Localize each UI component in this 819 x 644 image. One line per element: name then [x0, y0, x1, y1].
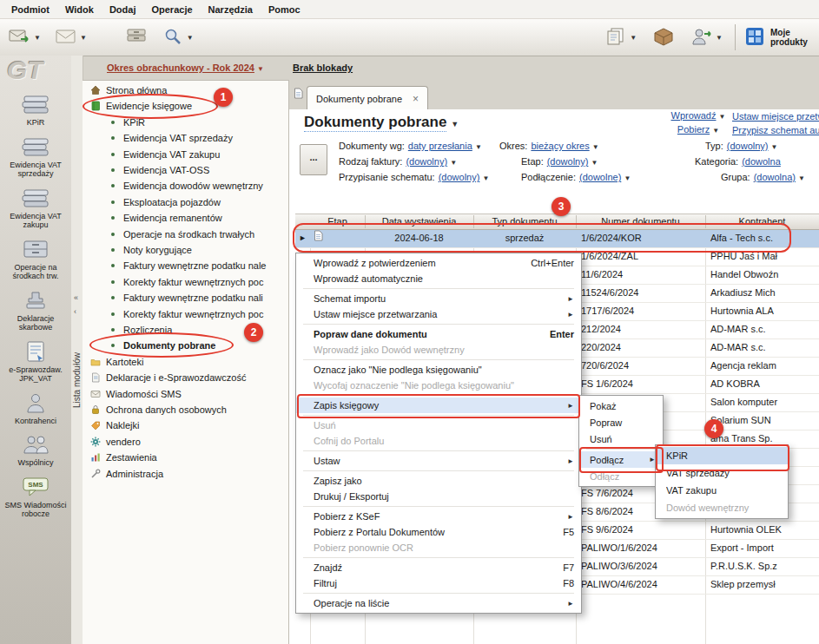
table-row[interactable]: ►2024-06-18sprzedaż1/6/2024/KORAlfa - Te…	[295, 229, 819, 248]
context-menu-item-ustaw[interactable]: Ustaw►	[296, 453, 581, 469]
toolbar-package-button[interactable]	[649, 24, 678, 50]
tree-item-faktury-wewnetrzne-podatku-nali[interactable]: Faktury wewnętrzne podatku nali	[83, 290, 289, 306]
podlacz-submenu-item-kpir[interactable]: KPiR	[656, 447, 788, 464]
context-menu-item-zapisz-jako[interactable]: Zapisz jako	[296, 473, 581, 489]
zapis-submenu-item-popraw[interactable]: Popraw	[579, 414, 663, 430]
caret-down-icon[interactable]: ▼	[187, 34, 194, 42]
context-menu-item-znajdz[interactable]: ZnajdźF7	[296, 560, 581, 575]
context-menu-item-wprowadz-automatycznie[interactable]: Wprowadź automatycznie	[296, 271, 581, 286]
caret-down-icon[interactable]: ▼	[771, 143, 778, 151]
context-menu-item-filtruj[interactable]: FiltrujF8	[296, 575, 581, 591]
context-menu-item-pobierz-z-ksef[interactable]: Pobierz z KSeF►	[296, 509, 581, 524]
caret-down-icon[interactable]: ▼	[34, 34, 41, 42]
podlacz-submenu-item-vat-sprzedazy[interactable]: VAT sprzedaży	[656, 464, 788, 482]
tree-item-ewidencja-remanentow[interactable]: Ewidencja remanentów	[83, 210, 289, 226]
column-header-etap[interactable]: Etap	[310, 215, 366, 228]
filter-etap-value[interactable]: (dowolny)	[547, 156, 589, 167]
toolbar-copy-documents-button[interactable]: ▼	[601, 24, 640, 50]
tree-item-korekty-faktur-wewnetrznych-poc[interactable]: Korekty faktur wewnętrznych poc	[83, 274, 289, 290]
accounting-period-link[interactable]: Okres obrachunkowy - Rok 2024 ▼	[107, 62, 264, 73]
tree-item-faktury-wewnetrzne-podatku-nale[interactable]: Faktury wewnętrzne podatku nale	[83, 258, 289, 273]
toolbar-archive-button[interactable]	[122, 24, 151, 50]
caret-down-icon[interactable]: ▼	[624, 174, 631, 182]
module-kontrahenci[interactable]: Kontrahenci	[0, 391, 71, 426]
toolbar-mail2-button[interactable]: ▼	[51, 24, 90, 50]
tree-item-eksploatacja-pojazdow[interactable]: Eksploatacja pojazdów	[83, 194, 289, 210]
module-e-sprawozdaw-jpk-vat[interactable]: e-Sprawozdaw. JPK_VAT	[0, 340, 71, 384]
context-menu-item-ustaw-miejsce-przetwarzania[interactable]: Ustaw miejsce przetwarzania►	[296, 306, 581, 322]
tree-item-ewidencja-vat-zakupu[interactable]: Ewidencja VAT zakupu	[83, 147, 289, 162]
toolbar-send-mail-button[interactable]: ▼	[5, 24, 44, 50]
toolbar-search-button[interactable]: ▼	[158, 24, 197, 50]
column-header-numer-dokumentu[interactable]: Numer dokumentu	[576, 215, 706, 228]
module-sms-wiadomosci-robocze[interactable]: SMSSMS Wiadomości robocze	[0, 476, 71, 519]
caret-down-icon[interactable]: ▼	[798, 174, 805, 182]
caret-down-icon[interactable]: ▼	[630, 34, 637, 42]
caret-down-icon[interactable]: ▼	[719, 113, 726, 121]
filter-grupa-value[interactable]: (dowolna)	[754, 172, 796, 182]
menu-operacje[interactable]: Operacje	[143, 2, 200, 17]
module-deklaracje-skarbowe[interactable]: Deklaracje skarbowe	[0, 289, 71, 332]
module-operacje-na-srodkach-trw[interactable]: Operacje na środkach trw.	[0, 238, 71, 281]
caret-down-icon[interactable]: ▼	[475, 143, 482, 151]
caret-down-icon[interactable]: ▼	[592, 143, 599, 151]
page-title[interactable]: Dokumenty pobrane▼	[304, 114, 459, 131]
collapse-all-icon[interactable]: «	[74, 293, 78, 302]
caret-down-icon[interactable]: ▼	[450, 159, 457, 167]
collapse-icon[interactable]: ‹	[74, 307, 76, 316]
pobierz-link[interactable]: Pobierz	[677, 124, 710, 135]
tree-item-korekty-faktur-wewnetrznych-poc[interactable]: Korekty faktur wewnętrznych poc	[83, 306, 289, 322]
tab-dokumenty-pobrane[interactable]: Dokumenty pobrane ×	[307, 86, 428, 110]
zapis-submenu-item-usun[interactable]: Usuń	[579, 430, 663, 447]
module-ewidencja-vat-zakupu[interactable]: Ewidencja VAT zakupu	[0, 187, 71, 230]
module-wspolnicy[interactable]: Wspólnicy	[0, 433, 71, 468]
filter-rodzaj-faktury-value[interactable]: (dowolny)	[406, 156, 447, 167]
filter-kategoria-value[interactable]: (dowolna	[742, 156, 781, 167]
column-header-kontrahent[interactable]: Kontrahent	[705, 215, 819, 228]
lock-status-link[interactable]: Brak blokady	[293, 62, 353, 73]
zapis-submenu-item-pokaz[interactable]: Pokaż	[579, 398, 663, 414]
module-list-strip[interactable]: « ‹ Lista modułów	[71, 56, 83, 644]
filter-przypisanie-schematu-value[interactable]: (dowolny)	[439, 172, 480, 182]
filter-typ-value[interactable]: (dowolny)	[727, 141, 769, 151]
context-menu-item-schemat-importu[interactable]: Schemat importu►	[296, 291, 581, 306]
caret-down-icon[interactable]: ▼	[712, 127, 719, 135]
context-menu-item-operacje-na-liscie[interactable]: Operacje na liście►	[296, 595, 581, 611]
tree-item-noty-korygujace[interactable]: Noty korygujące	[83, 242, 289, 258]
context-menu-item-pobierz-z-portalu-dokumentow[interactable]: Pobierz z Portalu DokumentówF5	[296, 524, 581, 540]
module-ewidencja-vat-sprzedazy[interactable]: Ewidencja VAT sprzedaży	[0, 135, 71, 179]
tree-item-deklaracje-i-e-sprawozdawczosc[interactable]: Deklaracje i e-Sprawozdawczość	[83, 370, 289, 385]
tree-item-ewidencje-ksiegowe[interactable]: Ewidencje księgowe	[83, 98, 289, 114]
caret-down-icon[interactable]: ▼	[591, 159, 598, 167]
menu-pomoc[interactable]: Pomoc	[261, 2, 308, 17]
przypisz-schemat-link[interactable]: Przypisz schemat automatyc	[732, 125, 819, 135]
tree-item-ewidencja-vat-oss[interactable]: Ewidencja VAT-OSS	[83, 162, 289, 178]
tree-item-kartoteki[interactable]: Kartoteki	[83, 354, 289, 370]
tree-item-administracja[interactable]: Administracja	[83, 466, 289, 482]
context-menu-item-popraw-dane-dokumentu[interactable]: Popraw dane dokumentuEnter	[296, 326, 581, 342]
tab-list-icon[interactable]	[294, 88, 303, 101]
filter-okres-value[interactable]: bieżący okres	[531, 141, 589, 151]
zapis-submenu-item-podlacz[interactable]: Podłącz►	[579, 451, 663, 468]
context-menu-item-oznacz-jako-nie-podlega-ksiegowaniu[interactable]: Oznacz jako "Nie podlega księgowaniu"	[296, 362, 581, 378]
tree-item-kpir[interactable]: KPiR	[83, 115, 289, 130]
my-products-button[interactable]: Moje produkty	[744, 26, 816, 49]
close-icon[interactable]: ×	[413, 93, 419, 105]
tree-item-ewidencja-dowodow-wewnetrzny[interactable]: Ewidencja dowodów wewnętrzny	[83, 178, 289, 194]
tree-item-ochrona-danych-osobowych[interactable]: Ochrona danych osobowych	[83, 402, 289, 417]
column-header-data-wystawienia[interactable]: Data wystawienia	[365, 215, 474, 228]
filter-options-button[interactable]: ...	[300, 144, 327, 175]
tree-item-dokumenty-pobrane[interactable]: Dokumenty pobrane	[83, 338, 289, 353]
menu-dodaj[interactable]: Dodaj	[102, 2, 144, 17]
menu-narzedzia[interactable]: Narzędzia	[201, 2, 261, 17]
column-header-typ-dokumentu[interactable]: Typ dokumentu	[473, 215, 577, 228]
caret-down-icon[interactable]: ▼	[482, 174, 489, 182]
toolbar-user-export-button[interactable]: ▼	[687, 24, 726, 50]
tree-item-strona-glowna[interactable]: Strona główna	[83, 82, 289, 98]
ustaw-miejsce-przetwarzania-link[interactable]: Ustaw miejsce przetwarzani	[732, 111, 819, 122]
podlacz-submenu-item-vat-zakupu[interactable]: VAT zakupu	[656, 482, 788, 499]
tree-item-zestawienia[interactable]: Zestawienia	[83, 450, 289, 465]
module-kpir[interactable]: KPiR	[0, 93, 71, 128]
filter-podlaczenie-value[interactable]: (dowolne)	[579, 172, 621, 182]
context-menu-item-zapis-ksiegowy[interactable]: Zapis księgowy►	[296, 398, 581, 413]
